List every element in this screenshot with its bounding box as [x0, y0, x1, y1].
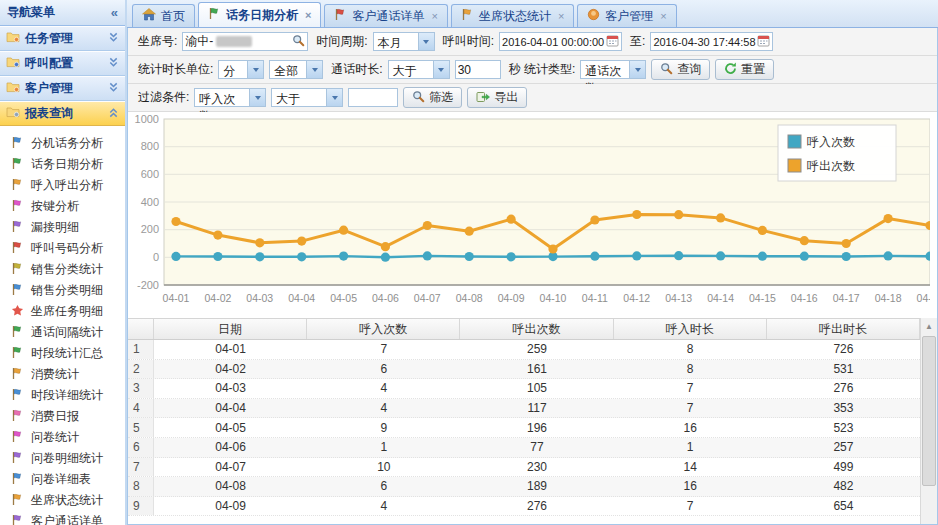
- table-row[interactable]: 304-0341057276: [128, 379, 920, 399]
- table-row[interactable]: 904-0942767654: [128, 497, 920, 517]
- sidebar-item[interactable]: 问卷统计: [0, 427, 125, 448]
- filter-field-select[interactable]: 呼入次数: [194, 88, 266, 107]
- table-column-header[interactable]: 呼入次数: [307, 319, 460, 339]
- table-column-header[interactable]: 呼出次数: [460, 319, 613, 339]
- chevron-down-icon[interactable]: [108, 57, 119, 71]
- table-cell: 9: [307, 418, 460, 437]
- tab-item[interactable]: 坐席状态统计×: [451, 4, 574, 27]
- svg-text:600: 600: [141, 168, 159, 180]
- agent-input[interactable]: 渝中-: [182, 32, 308, 51]
- agent-value: 渝中-: [185, 33, 213, 50]
- table-row[interactable]: 204-0261618531: [128, 360, 920, 380]
- sidebar: 导航菜单 « 任务管理呼叫配置客户管理报表查询 分机话务分析话务日期分析呼入呼出…: [0, 0, 127, 525]
- table-cell: 6: [307, 477, 460, 496]
- sidebar-item[interactable]: 消费日报: [0, 406, 125, 427]
- close-icon[interactable]: ×: [305, 9, 311, 21]
- calendar-icon[interactable]: [606, 34, 619, 50]
- calltime-from-input[interactable]: [499, 32, 622, 51]
- table-row[interactable]: 404-0441177353: [128, 399, 920, 419]
- table-row[interactable]: 504-05919616523: [128, 418, 920, 438]
- scroll-up-icon[interactable]: ▲: [921, 318, 937, 334]
- filter-button[interactable]: 筛选: [403, 87, 462, 108]
- sidebar-section-4[interactable]: 报表查询: [0, 101, 125, 126]
- sidebar-item[interactable]: 呼入呼出分析: [0, 175, 125, 196]
- flag-icon: [11, 472, 24, 488]
- sidebar-item[interactable]: 坐席状态统计: [0, 490, 125, 511]
- sidebar-item-label: 呼叫号码分析: [31, 240, 103, 257]
- table-row[interactable]: 104-0172598726: [128, 340, 920, 360]
- duration-value-input[interactable]: [455, 60, 501, 79]
- tab-active[interactable]: 话务日期分析×: [198, 2, 321, 27]
- sidebar-item-label: 呼入呼出分析: [31, 177, 103, 194]
- chevron-down-icon[interactable]: [108, 82, 119, 96]
- sidebar-item[interactable]: 时段统计汇总: [0, 343, 125, 364]
- sidebar-item[interactable]: 呼叫号码分析: [0, 238, 125, 259]
- sidebar-section-3[interactable]: 客户管理: [0, 76, 125, 101]
- search-icon[interactable]: [292, 34, 305, 50]
- close-icon[interactable]: ×: [558, 10, 564, 22]
- table-cell: 1: [307, 438, 460, 457]
- sidebar-item[interactable]: 时段详细统计: [0, 385, 125, 406]
- traffic-chart: 10008006004002000-20004-0104-0204-0304-0…: [128, 112, 937, 313]
- period-select[interactable]: 本月: [373, 32, 435, 51]
- tab-item[interactable]: 首页: [132, 4, 195, 27]
- sidebar-item[interactable]: 话务日期分析: [0, 154, 125, 175]
- scrollbar-thumb[interactable]: [922, 336, 936, 486]
- chevron-up-icon[interactable]: [108, 107, 119, 121]
- stat-type-select[interactable]: 通话次数: [580, 60, 646, 79]
- sidebar-item-label: 时段详细统计: [31, 387, 103, 404]
- unit-select[interactable]: 分: [218, 60, 264, 79]
- flag-icon: [461, 8, 474, 24]
- svg-text:04-16: 04-16: [791, 292, 818, 304]
- sidebar-item[interactable]: 客户通话详单: [0, 511, 125, 525]
- reset-button[interactable]: 重置: [715, 59, 774, 80]
- unit-label: 统计时长单位:: [138, 61, 213, 78]
- sidebar-item[interactable]: 销售分类明细: [0, 280, 125, 301]
- sidebar-section-1[interactable]: 任务管理: [0, 26, 125, 51]
- table-cell: 161: [460, 360, 613, 379]
- sidebar-item[interactable]: 问卷明细统计: [0, 448, 125, 469]
- sidebar-collapse-button[interactable]: «: [111, 5, 118, 20]
- table-cell: 499: [767, 458, 920, 477]
- tab-item[interactable]: 客户管理×: [577, 4, 676, 27]
- sidebar-item-label: 坐席任务明细: [31, 303, 103, 320]
- table-row[interactable]: 604-061771257: [128, 438, 920, 458]
- svg-text:04-02: 04-02: [204, 292, 231, 304]
- svg-text:200: 200: [141, 223, 159, 235]
- calltime-to-input[interactable]: [650, 32, 773, 51]
- svg-text:04-03: 04-03: [246, 292, 273, 304]
- calltime-label: 呼叫时间:: [443, 33, 494, 50]
- scope-select[interactable]: 全部: [269, 60, 323, 79]
- sidebar-item[interactable]: 分机话务分析: [0, 133, 125, 154]
- sidebar-item[interactable]: 消费统计: [0, 364, 125, 385]
- table-column-header[interactable]: 日期: [154, 319, 307, 339]
- filter-value-input[interactable]: [348, 88, 398, 107]
- close-icon[interactable]: ×: [431, 10, 437, 22]
- svg-text:04-15: 04-15: [749, 292, 776, 304]
- svg-text:04-05: 04-05: [330, 292, 357, 304]
- query-button[interactable]: 查询: [651, 59, 710, 80]
- svg-text:1000: 1000: [135, 115, 159, 125]
- table-column-header[interactable]: 呼出时长: [767, 319, 920, 339]
- table-header: 日期呼入次数呼出次数呼入时长呼出时长: [128, 318, 920, 340]
- export-button[interactable]: 导出: [467, 87, 527, 108]
- sidebar-item[interactable]: 问卷详细表: [0, 469, 125, 490]
- sidebar-item[interactable]: 通话间隔统计: [0, 322, 125, 343]
- table-row[interactable]: 704-071023014499: [128, 458, 920, 478]
- sidebar-item[interactable]: 销售分类统计: [0, 259, 125, 280]
- filter-op-select[interactable]: 大于: [271, 88, 343, 107]
- table-row[interactable]: 804-08618916482: [128, 477, 920, 497]
- duration-op-select[interactable]: 大于: [388, 60, 450, 79]
- table-column-header[interactable]: 呼入时长: [614, 319, 767, 339]
- folder-icon: [6, 106, 20, 121]
- sidebar-item[interactable]: 按键分析: [0, 196, 125, 217]
- calendar-icon[interactable]: [757, 34, 770, 50]
- sidebar-section-2[interactable]: 呼叫配置: [0, 51, 125, 76]
- tab-item[interactable]: 客户通话详单×: [324, 4, 447, 27]
- table-scrollbar[interactable]: ▲: [920, 318, 937, 524]
- chevron-down-icon[interactable]: [108, 32, 119, 46]
- close-icon[interactable]: ×: [660, 10, 666, 22]
- sidebar-item[interactable]: 漏接明细: [0, 217, 125, 238]
- sidebar-item[interactable]: 坐席任务明细: [0, 301, 125, 322]
- svg-text:800: 800: [141, 140, 159, 152]
